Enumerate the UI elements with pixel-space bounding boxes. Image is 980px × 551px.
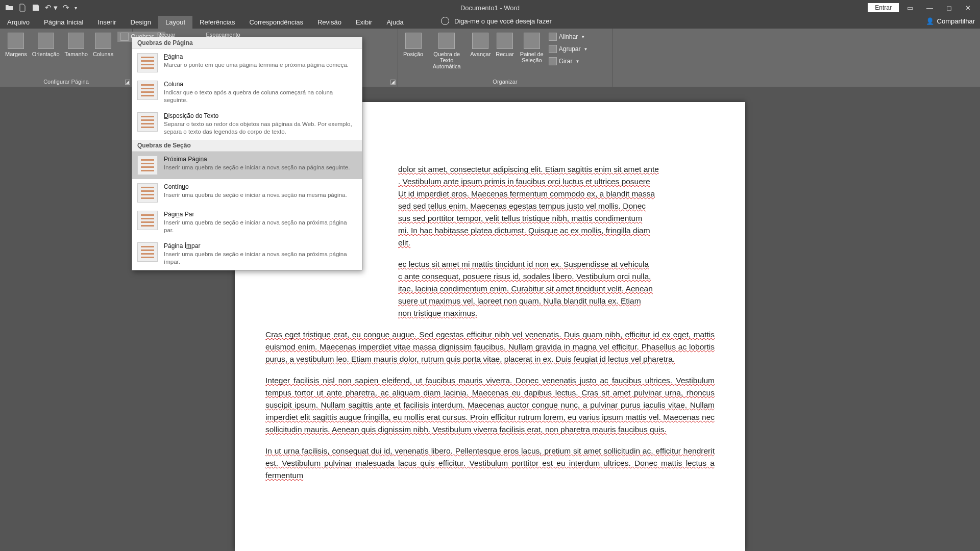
break-proxima-desc: Inserir uma quebra de seção e iniciar a … bbox=[164, 164, 357, 171]
text-wrap-break-icon bbox=[137, 112, 158, 132]
new-doc-icon[interactable] bbox=[18, 4, 27, 12]
colunas-button[interactable]: Colunas bbox=[92, 31, 114, 59]
orientacao-button[interactable]: Orientação bbox=[31, 31, 61, 59]
next-page-break-icon bbox=[137, 156, 158, 175]
tab-arquivo[interactable]: Arquivo bbox=[0, 16, 37, 29]
column-break-icon bbox=[137, 81, 158, 100]
girar-button[interactable]: Girar▼ bbox=[549, 56, 588, 66]
orientation-icon bbox=[38, 33, 54, 49]
break-coluna[interactable]: ColunaIndicar que o texto após a quebra … bbox=[132, 77, 362, 108]
wrap-text-icon bbox=[438, 33, 455, 49]
continuous-break-icon bbox=[137, 183, 158, 203]
share-button[interactable]: 👤 Compartilhar bbox=[926, 17, 975, 25]
break-proxima-pagina[interactable]: Próxima PáginaInserir uma quebra de seçã… bbox=[132, 152, 362, 179]
dialog-launcher-config-pagina[interactable]: ◢ bbox=[125, 80, 130, 85]
size-icon bbox=[68, 33, 84, 49]
ribbon-display-icon[interactable]: ▭ bbox=[902, 2, 918, 14]
quebra-texto-button[interactable]: Quebra de Texto Automática bbox=[427, 31, 466, 71]
even-page-break-icon bbox=[137, 211, 158, 230]
agrupar-button[interactable]: Agrupar▼ bbox=[549, 44, 588, 54]
tab-revisao[interactable]: Revisão bbox=[310, 16, 349, 29]
qat-customize-icon[interactable]: ▾ bbox=[75, 5, 77, 11]
close-icon[interactable]: ✕ bbox=[960, 2, 976, 14]
break-pagina-par[interactable]: Página ParInserir uma quebra de seção e … bbox=[132, 207, 362, 238]
person-icon: 👤 bbox=[926, 17, 934, 25]
break-disposicao-desc: Separar o texto ao redor dos objetos nas… bbox=[164, 120, 357, 136]
bring-forward-icon bbox=[472, 33, 488, 49]
paragraph-5: In ut urna facilisis, consequat dui id, … bbox=[265, 445, 715, 482]
paragraph-3: Cras eget tristique erat, eu congue augu… bbox=[265, 329, 715, 365]
redo-icon[interactable]: ↷ bbox=[63, 3, 69, 12]
tell-me-placeholder: Diga-me o que você deseja fazer bbox=[454, 17, 552, 25]
avancar-button[interactable]: Avançar bbox=[469, 31, 492, 59]
posicao-button[interactable]: Posição bbox=[402, 31, 424, 59]
page-break-icon bbox=[137, 53, 158, 72]
group-label-organizar: Organizar bbox=[402, 79, 608, 86]
tab-pagina-inicial[interactable]: Página Inicial bbox=[37, 16, 90, 29]
group-organizar: Posição Quebra de Texto Automática Avanç… bbox=[398, 29, 612, 87]
tamanho-button[interactable]: Tamanho bbox=[64, 31, 89, 59]
minimize-icon[interactable]: — bbox=[921, 2, 938, 14]
tab-design[interactable]: Design bbox=[124, 16, 158, 29]
painel-selecao-button[interactable]: Painel de Seleção bbox=[518, 31, 546, 65]
tab-referencias[interactable]: Referências bbox=[192, 16, 242, 29]
send-backward-icon bbox=[497, 33, 513, 49]
group-configurar-pagina: Margens Orientação Tamanho Colunas Quebr… bbox=[0, 29, 133, 87]
position-icon bbox=[405, 33, 422, 49]
undo-icon[interactable]: ↶ ▾ bbox=[45, 3, 58, 12]
odd-page-break-icon bbox=[137, 242, 158, 262]
break-impar-desc: Inserir uma quebra de seção e iniciar a … bbox=[164, 251, 357, 266]
recuar-button[interactable]: Recuar bbox=[495, 31, 514, 59]
align-icon bbox=[549, 33, 557, 41]
document-title: Documento1 - Word bbox=[460, 4, 520, 12]
title-bar: ↶ ▾ ↷ ▾ Documento1 - Word Entrar ▭ — ◻ ✕ bbox=[0, 0, 980, 15]
break-continuo-desc: Inserir uma quebra de seção e iniciar a … bbox=[164, 191, 357, 199]
margins-icon bbox=[8, 33, 24, 49]
break-pagina[interactable]: PáginaMarcar o ponto em que uma página t… bbox=[132, 49, 362, 77]
break-pagina-desc: Marcar o ponto em que uma página termina… bbox=[164, 61, 357, 69]
tell-me-search[interactable]: Diga-me o que você deseja fazer bbox=[441, 17, 552, 25]
tab-inserir[interactable]: Inserir bbox=[90, 16, 123, 29]
alinhar-button[interactable]: Alinhar▼ bbox=[549, 32, 588, 42]
tab-layout[interactable]: Layout bbox=[158, 16, 192, 29]
columns-icon bbox=[95, 33, 111, 49]
maximize-icon[interactable]: ◻ bbox=[941, 2, 957, 14]
break-pagina-impar[interactable]: Página ÍmparInserir uma quebra de seção … bbox=[132, 238, 362, 270]
tab-correspondencias[interactable]: Correspondências bbox=[242, 16, 310, 29]
bulb-icon bbox=[441, 17, 449, 25]
signin-button[interactable]: Entrar bbox=[868, 3, 899, 12]
tab-ajuda[interactable]: Ajuda bbox=[379, 16, 410, 29]
tab-exibir[interactable]: Exibir bbox=[349, 16, 380, 29]
dropdown-header-section-breaks: Quebras de Seção bbox=[132, 140, 362, 152]
break-pagina-title: ágina bbox=[168, 53, 183, 60]
break-continuo[interactable]: ContínuoInserir uma quebra de seção e in… bbox=[132, 179, 362, 207]
folder-icon[interactable] bbox=[5, 4, 13, 12]
group-icon bbox=[549, 45, 557, 53]
margens-button[interactable]: Margens bbox=[4, 31, 28, 59]
group-label-config-pagina: Configurar Página bbox=[4, 79, 128, 86]
break-coluna-desc: Indicar que o texto após a quebra de col… bbox=[164, 89, 357, 104]
breaks-icon bbox=[120, 33, 129, 41]
quick-access-toolbar: ↶ ▾ ↷ ▾ bbox=[0, 3, 82, 12]
rotate-icon bbox=[549, 57, 557, 65]
selection-pane-icon bbox=[524, 33, 540, 49]
dialog-launcher-paragrafo[interactable]: ◢ bbox=[390, 80, 396, 85]
break-par-desc: Inserir uma quebra de seção e iniciar a … bbox=[164, 219, 357, 234]
quebras-dropdown: Quebras de Página PáginaMarcar o ponto e… bbox=[132, 37, 362, 270]
paragraph-4: Integer facilisis nisl non sapien eleife… bbox=[265, 374, 715, 436]
ribbon-tabs: Arquivo Página Inicial Inserir Design La… bbox=[0, 15, 980, 29]
dropdown-header-page-breaks: Quebras de Página bbox=[132, 37, 362, 49]
break-disposicao[interactable]: Disposição do TextoSeparar o texto ao re… bbox=[132, 108, 362, 140]
save-icon[interactable] bbox=[32, 4, 40, 12]
